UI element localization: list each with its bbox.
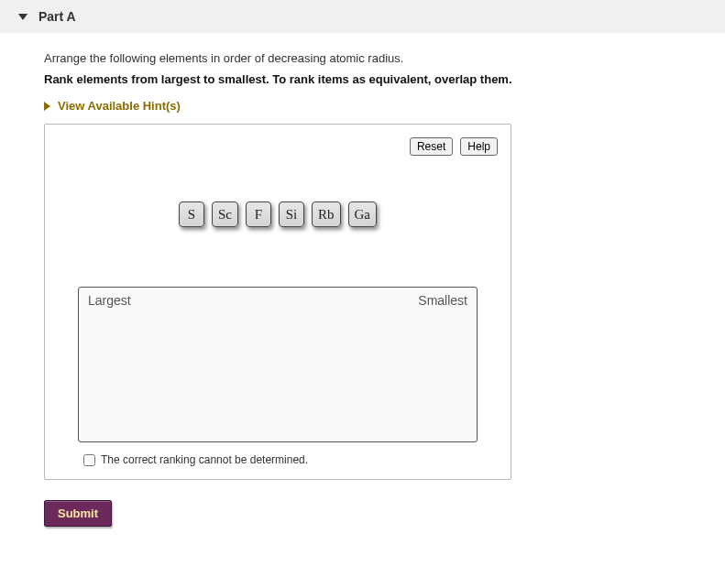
- element-tile[interactable]: F: [246, 201, 271, 227]
- ranking-workspace: Reset Help S Sc F Si Rb Ga Largest Small…: [44, 124, 511, 480]
- cannot-determine-label: The correct ranking cannot be determined…: [101, 453, 308, 466]
- help-button[interactable]: Help: [460, 137, 498, 156]
- ranking-dropzone[interactable]: Largest Smallest: [78, 287, 478, 442]
- element-tile[interactable]: Rb: [312, 201, 341, 227]
- tiles-row: S Sc F Si Rb Ga: [58, 201, 498, 227]
- part-title: Part A: [38, 9, 76, 24]
- caret-down-icon: [18, 14, 27, 20]
- submit-button[interactable]: Submit: [44, 500, 112, 527]
- content-area: Arrange the following elements in order …: [0, 33, 725, 545]
- element-tile[interactable]: Ga: [348, 201, 378, 227]
- caret-right-icon: [44, 102, 50, 111]
- dropzone-right-label: Smallest: [418, 293, 467, 308]
- part-header[interactable]: Part A: [0, 0, 725, 33]
- element-tile[interactable]: Sc: [212, 201, 238, 227]
- ranking-instruction: Rank elements from largest to smallest. …: [44, 72, 707, 86]
- hints-toggle[interactable]: View Available Hint(s): [44, 99, 707, 113]
- cannot-determine-checkbox[interactable]: [83, 454, 95, 466]
- cannot-determine-row[interactable]: The correct ranking cannot be determined…: [83, 453, 498, 466]
- element-tile[interactable]: Si: [279, 201, 304, 227]
- element-tile[interactable]: S: [179, 201, 204, 227]
- reset-button[interactable]: Reset: [410, 137, 453, 156]
- workspace-toolbar: Reset Help: [58, 137, 498, 156]
- hints-label: View Available Hint(s): [58, 99, 181, 113]
- instruction-text: Arrange the following elements in order …: [44, 51, 707, 65]
- dropzone-left-label: Largest: [88, 293, 131, 308]
